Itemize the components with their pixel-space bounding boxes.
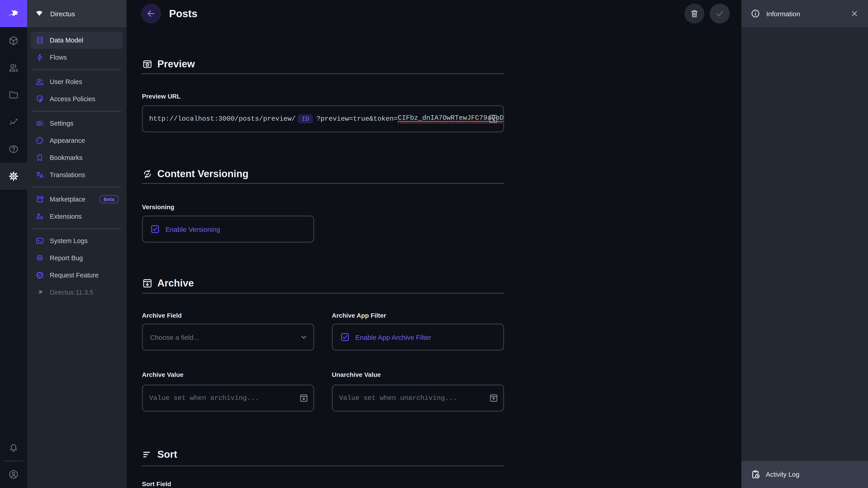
check-icon (715, 8, 725, 19)
enable-app-archive-filter-toggle[interactable]: Enable App Archive Filter (332, 324, 504, 351)
version-label: Directus 11.3.5 (50, 289, 93, 296)
nav-item-data-model[interactable]: Data Model (31, 32, 123, 49)
close-icon[interactable] (850, 9, 859, 18)
url-base-text: http://localhost:3000/posts/preview/ (149, 115, 296, 123)
activity-log-icon (750, 469, 761, 480)
activity-log-toggle[interactable]: Activity Log (741, 461, 868, 488)
section-title: Sort (157, 449, 177, 460)
checkbox-checked-icon (150, 224, 160, 234)
preview-url-input[interactable]: http://localhost:3000/posts/preview/ID?p… (142, 105, 504, 132)
project-fan-icon (34, 8, 44, 19)
preview-icon (142, 59, 153, 70)
settings-nav-list: Data Model Flows User Roles Access Polic… (27, 27, 127, 301)
unarchive-value-input[interactable] (333, 385, 503, 411)
section-divider (142, 465, 504, 466)
section-title: Preview (157, 58, 195, 70)
user-roles-icon (35, 77, 44, 86)
terminal-icon (35, 236, 44, 246)
id-variable-chip[interactable]: ID (298, 114, 313, 123)
nav-item-label: User Roles (50, 78, 82, 86)
nav-item-label: Marketplace (50, 196, 86, 203)
archive-field-select[interactable]: Choose a field... (142, 324, 314, 351)
nav-item-settings[interactable]: Settings (31, 115, 123, 132)
unarchive-value-field (332, 385, 504, 412)
extensions-icon (35, 212, 44, 221)
add-box-icon[interactable] (488, 113, 499, 124)
section-divider (142, 73, 504, 74)
nav-item-label: Settings (50, 120, 73, 127)
rabbit-version-icon (35, 288, 44, 297)
nav-item-label: Extensions (50, 213, 82, 220)
insights-icon (8, 117, 19, 127)
nav-item-translations[interactable]: Translations (31, 166, 123, 184)
nav-item-label: Translations (50, 171, 85, 178)
checkbox-label: Enable App Archive Filter (355, 333, 431, 341)
module-content-button[interactable] (0, 27, 27, 54)
archive-small-icon (299, 393, 309, 403)
nav-divider (31, 66, 123, 73)
nav-item-user-roles[interactable]: User Roles (31, 73, 123, 90)
module-help-button[interactable] (0, 135, 27, 163)
nav-item-label: Report Bug (50, 254, 83, 262)
folder-icon (8, 90, 19, 100)
nav-item-label: Access Policies (50, 95, 95, 103)
module-insights-button[interactable] (0, 108, 27, 135)
module-settings-button[interactable] (0, 163, 27, 190)
nav-item-label: Bookmarks (50, 154, 83, 161)
settings-nav-sidebar: Directus Data Model Flows User Roles Acc… (27, 0, 127, 488)
notifications-bell-icon (8, 442, 19, 453)
nav-item-marketplace[interactable]: Marketplace Beta (31, 191, 123, 208)
info-sidebar: Information Activity Log (741, 0, 868, 488)
archive-value-field (142, 385, 314, 412)
palette-icon (35, 136, 44, 145)
project-header[interactable]: Directus (27, 0, 127, 27)
archive-section-heading: Archive (142, 278, 194, 289)
section-title: Archive (157, 278, 194, 289)
tune-icon (35, 119, 44, 128)
enable-versioning-toggle[interactable]: Enable Versioning (142, 216, 314, 242)
preview-section-heading: Preview (142, 58, 195, 70)
project-name: Directus (50, 10, 75, 18)
archive-app-filter-label: Archive App Filter (332, 312, 386, 319)
delete-collection-button[interactable] (684, 4, 704, 24)
nav-divider (31, 107, 123, 115)
translate-icon (35, 170, 44, 180)
directus-logo[interactable] (0, 0, 27, 27)
module-files-button[interactable] (0, 81, 27, 108)
sort-field-label: Sort Field (142, 480, 171, 488)
archive-icon (142, 278, 153, 289)
verified-badge-icon (35, 271, 44, 280)
bookmark-icon (35, 153, 44, 162)
nav-item-access-policies[interactable]: Access Policies (31, 90, 123, 107)
url-query-text: ?preview=true&token= (316, 115, 398, 123)
account-button[interactable] (0, 461, 27, 488)
archive-value-input[interactable] (143, 385, 313, 411)
select-placeholder: Choose a field... (150, 333, 199, 341)
info-sidebar-title: Information (766, 10, 800, 18)
nav-item-report-bug[interactable]: Report Bug (31, 250, 123, 267)
nav-item-extensions[interactable]: Extensions (31, 208, 123, 225)
nav-item-appearance[interactable]: Appearance (31, 132, 123, 149)
database-icon (35, 36, 44, 45)
trash-icon (689, 8, 700, 19)
people-icon (8, 62, 19, 73)
section-title: Content Versioning (157, 168, 248, 180)
save-button[interactable] (710, 4, 730, 24)
sort-section-heading: Sort (142, 449, 177, 460)
versioning-section-heading: Content Versioning (142, 168, 248, 180)
nav-item-system-logs[interactable]: System Logs (31, 232, 123, 250)
activity-log-label: Activity Log (766, 471, 799, 478)
checkbox-label: Enable Versioning (165, 225, 220, 233)
notifications-button[interactable] (0, 434, 27, 461)
module-users-button[interactable] (0, 54, 27, 81)
nav-item-bookmarks[interactable]: Bookmarks (31, 149, 123, 166)
nav-item-request-feature[interactable]: Request Feature (31, 267, 123, 284)
info-icon (750, 8, 761, 19)
nav-item-label: Request Feature (50, 271, 98, 279)
beta-badge: Beta (99, 195, 119, 203)
nav-item-label: System Logs (50, 237, 88, 245)
archive-value-label: Archive Value (142, 371, 184, 378)
shield-user-icon (35, 94, 44, 103)
published-with-changes-icon (142, 168, 153, 180)
nav-item-flows[interactable]: Flows (31, 49, 123, 66)
